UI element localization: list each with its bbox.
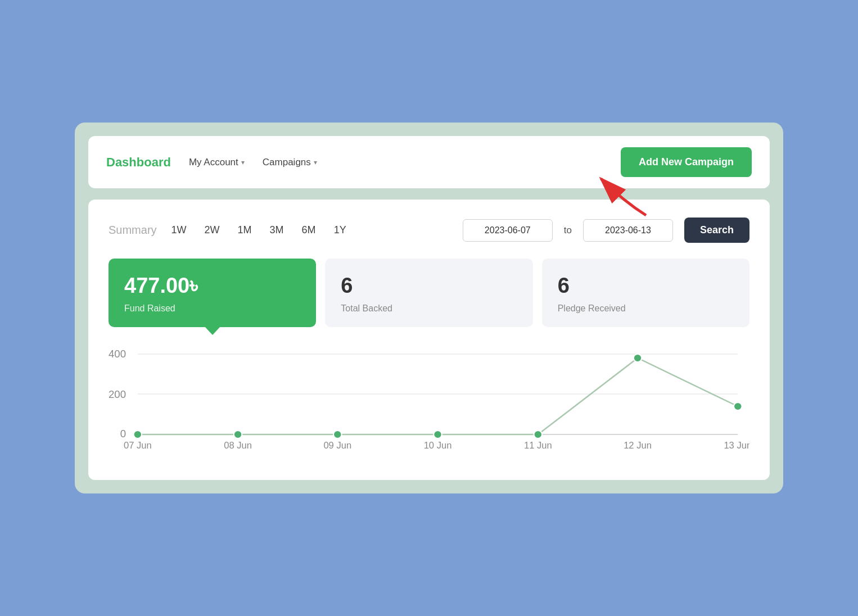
svg-text:200: 200: [109, 388, 126, 400]
filter-row: Summary 1W 2W 1M 3M 6M 1Y to Search: [109, 218, 749, 243]
period-3m[interactable]: 3M: [267, 222, 287, 238]
nav-bar: Dashboard My Account ▾ Campaigns ▾ Add N…: [88, 136, 770, 188]
svg-point-14: [734, 402, 742, 410]
pledge-received-value: 6: [558, 274, 734, 298]
svg-point-10: [333, 431, 342, 438]
stats-row: 477.00৳ Fund Raised 6 Total Backed 6 Ple…: [109, 259, 749, 327]
main-card: Summary 1W 2W 1M 3M 6M 1Y to Search 477.…: [88, 200, 770, 480]
date-to-input[interactable]: [583, 219, 673, 242]
fund-raised-value: 477.00৳: [124, 274, 300, 298]
my-account-menu[interactable]: My Account ▾: [189, 157, 245, 168]
fund-raised-card: 477.00৳ Fund Raised: [109, 259, 316, 327]
dashboard-link[interactable]: Dashboard: [106, 155, 171, 170]
svg-point-12: [534, 431, 543, 438]
svg-text:08 Jun: 08 Jun: [224, 440, 252, 450]
svg-point-11: [433, 431, 442, 438]
date-to-label: to: [564, 225, 572, 236]
svg-text:13 Jun: 13 Jun: [724, 440, 749, 450]
search-button[interactable]: Search: [684, 218, 749, 243]
summary-label: Summary: [109, 224, 157, 237]
campaigns-menu[interactable]: Campaigns ▾: [263, 157, 317, 168]
total-backed-value: 6: [341, 274, 517, 298]
line-chart: 400 200 0: [109, 347, 749, 460]
chart-svg-container: 400 200 0: [109, 347, 749, 460]
svg-point-13: [634, 354, 642, 362]
chart-area: 400 200 0: [109, 343, 749, 460]
outer-container: Dashboard My Account ▾ Campaigns ▾ Add N…: [75, 123, 783, 493]
svg-point-8: [134, 431, 142, 438]
svg-text:12 Jun: 12 Jun: [624, 440, 652, 450]
svg-text:11 Jun: 11 Jun: [524, 440, 552, 450]
total-backed-label: Total Backed: [341, 304, 517, 314]
svg-text:10 Jun: 10 Jun: [424, 440, 452, 450]
campaigns-chevron-icon: ▾: [314, 158, 317, 166]
svg-text:0: 0: [120, 428, 126, 440]
total-backed-card: 6 Total Backed: [325, 259, 532, 327]
date-from-input[interactable]: [463, 219, 553, 242]
period-6m[interactable]: 6M: [299, 222, 319, 238]
pledge-received-card: 6 Pledge Received: [542, 259, 749, 327]
svg-point-9: [234, 431, 242, 438]
svg-text:07 Jun: 07 Jun: [124, 440, 152, 450]
pledge-received-label: Pledge Received: [558, 304, 734, 314]
period-1w[interactable]: 1W: [168, 222, 190, 238]
period-1m[interactable]: 1M: [234, 222, 255, 238]
add-campaign-button[interactable]: Add New Campaign: [621, 147, 752, 177]
my-account-chevron-icon: ▾: [241, 158, 245, 166]
svg-text:09 Jun: 09 Jun: [323, 440, 351, 450]
svg-text:400: 400: [109, 348, 126, 360]
fund-raised-label: Fund Raised: [124, 304, 300, 314]
period-2w[interactable]: 2W: [201, 222, 223, 238]
period-1y[interactable]: 1Y: [331, 222, 350, 238]
